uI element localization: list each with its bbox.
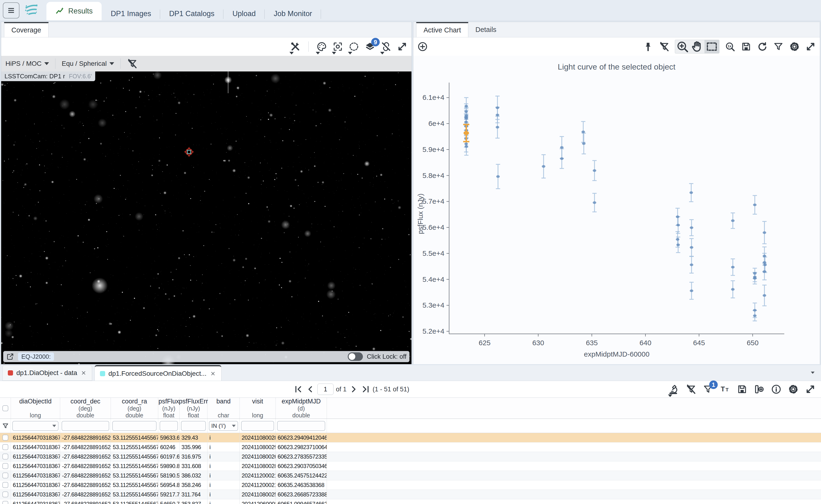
- row-checkbox[interactable]: [2, 482, 8, 488]
- table-row[interactable]: 611256447031836758-27.6848228891652853.1…: [0, 452, 821, 461]
- microscope-icon[interactable]: [669, 384, 679, 395]
- coord_dec-filter-input[interactable]: [62, 421, 109, 431]
- tab-forced-source[interactable]: dp1.ForcedSourceOnDiaObject...: [94, 365, 222, 381]
- palette-icon[interactable]: [316, 41, 327, 52]
- column-header-diaObjectId[interactable]: diaObjectId long: [11, 398, 60, 419]
- hand-mode[interactable]: [690, 40, 705, 53]
- tab-coverage[interactable]: Coverage: [4, 22, 49, 37]
- tab-dp1-catalogs[interactable]: DP1 Catalogs: [160, 7, 224, 20]
- row-checkbox[interactable]: [2, 491, 8, 497]
- menu-icon[interactable]: [3, 2, 19, 18]
- data-point: [464, 142, 468, 145]
- row-checkbox[interactable]: [2, 435, 8, 441]
- table-row[interactable]: 611256447031836758-27.6848228891652853.1…: [0, 461, 821, 471]
- table-row[interactable]: 611256447031836758-27.6848228891652853.1…: [0, 499, 821, 504]
- previous-page-icon[interactable]: [306, 385, 315, 394]
- layers-icon[interactable]: 9: [365, 41, 375, 52]
- next-page-icon[interactable]: [349, 385, 358, 394]
- add-column-icon[interactable]: [754, 384, 765, 395]
- external-link-icon[interactable]: [6, 353, 14, 361]
- band-filter-select[interactable]: IN ('i'): [209, 421, 238, 431]
- pin-icon[interactable]: [643, 41, 654, 52]
- hand-icon[interactable]: [690, 40, 704, 53]
- first-page-icon[interactable]: [294, 385, 303, 394]
- table-row[interactable]: 611256447031836758-27.6848228891652853.1…: [0, 480, 821, 490]
- ellipse-select-icon[interactable]: [348, 41, 359, 52]
- text-case-icon[interactable]: TT: [720, 384, 731, 395]
- column-name: expMidptMJD: [282, 398, 321, 405]
- tab-job-monitor[interactable]: Job Monitor: [265, 7, 321, 20]
- column-header-psfFluxErr[interactable]: psfFluxErr(nJy)float: [179, 398, 208, 419]
- gear-icon[interactable]: [789, 41, 800, 52]
- filter-icon[interactable]: [2, 422, 9, 429]
- firefly-logo-icon[interactable]: [22, 2, 41, 18]
- row-checkbox[interactable]: [2, 473, 8, 478]
- starfield-image[interactable]: [1, 71, 411, 364]
- tab-active-chart[interactable]: Active Chart: [416, 22, 468, 37]
- column-header-coord_ra[interactable]: coord_ra(deg)double: [111, 398, 158, 419]
- zoom-1x-icon[interactable]: 1x: [725, 41, 736, 52]
- row-filler: [327, 452, 821, 461]
- page-number-input[interactable]: [317, 384, 334, 395]
- click-lock-toggle[interactable]: [348, 352, 363, 361]
- save-icon[interactable]: [741, 41, 752, 52]
- visit-filter-input[interactable]: [241, 421, 274, 431]
- expand-icon[interactable]: [805, 41, 816, 52]
- light-curve-chart[interactable]: Light curve of the selected object6.1e+4…: [413, 56, 820, 364]
- rotate-icon[interactable]: [757, 41, 768, 52]
- info-icon[interactable]: [771, 384, 782, 395]
- coverage-tab-bar: Coverage: [1, 22, 411, 37]
- column-header-expMidptMJD[interactable]: expMidptMJD(d)double: [276, 398, 327, 419]
- cell-psfFluxErr: 358.246: [179, 480, 208, 490]
- plus-circle-icon[interactable]: [417, 41, 428, 52]
- tab-upload[interactable]: Upload: [224, 7, 265, 20]
- table-row[interactable]: 611256447031836758-27.6848228891652853.1…: [0, 442, 821, 452]
- row-checkbox[interactable]: [2, 444, 8, 450]
- tab-dp1-images[interactable]: DP1 Images: [102, 7, 160, 20]
- tools-icon[interactable]: [290, 41, 301, 52]
- table-row[interactable]: 611256447031836758-27.6848228891652853.1…: [0, 433, 821, 442]
- select-all-checkbox[interactable]: [2, 405, 8, 411]
- filter-off-icon[interactable]: [659, 41, 670, 52]
- filter-off-icon[interactable]: [127, 58, 138, 69]
- hips-moc-dropdown[interactable]: HiPS / MOC: [5, 60, 49, 67]
- cell-coord_dec: -27.68482288916528: [60, 499, 111, 504]
- tab-overflow-chevron-icon[interactable]: [809, 368, 817, 376]
- projection-dropdown[interactable]: Equ / Spherical: [62, 60, 114, 67]
- sky-image-viewer[interactable]: LSSTComCam: DP1 r FOV:6.6' EQ-J2000: Cli…: [1, 71, 411, 364]
- box-select-icon[interactable]: [705, 40, 719, 53]
- expand-icon[interactable]: [805, 384, 816, 395]
- save-icon[interactable]: [737, 384, 748, 395]
- row-checkbox[interactable]: [2, 454, 8, 460]
- diaObjectId-filter-select[interactable]: [12, 421, 58, 431]
- column-header-band[interactable]: band char: [208, 398, 240, 419]
- psfFluxErr-filter-input[interactable]: [181, 421, 206, 431]
- recenter-icon[interactable]: [332, 41, 343, 52]
- tab-dia-object[interactable]: dp1.DiaObject - data: [2, 365, 92, 381]
- column-header-visit[interactable]: visit long: [240, 398, 276, 419]
- filter-icon[interactable]: [773, 41, 784, 52]
- tab-details[interactable]: Details: [468, 22, 504, 37]
- table-row[interactable]: 611256447031836758-27.6848228891652853.1…: [0, 471, 821, 480]
- column-header-coord_dec[interactable]: coord_dec(deg)double: [60, 398, 111, 419]
- zoom-in-icon[interactable]: [676, 40, 689, 53]
- unlink-icon[interactable]: [381, 41, 392, 52]
- last-page-icon[interactable]: [361, 385, 370, 394]
- coord_ra-filter-input[interactable]: [112, 421, 156, 431]
- row-checkbox[interactable]: [2, 463, 8, 469]
- row-checkbox[interactable]: [2, 501, 8, 504]
- selected-object-marker[interactable]: [181, 144, 196, 159]
- table-row[interactable]: 611256447031836758-27.6848228891652853.1…: [0, 490, 821, 499]
- box-select-mode[interactable]: [705, 40, 719, 53]
- filter-icon[interactable]: 1: [703, 384, 714, 395]
- psfFlux-filter-input[interactable]: [160, 421, 178, 431]
- gear-icon[interactable]: [788, 384, 799, 395]
- close-icon[interactable]: [80, 370, 87, 376]
- close-icon[interactable]: [210, 371, 216, 377]
- filter-off-icon[interactable]: [686, 384, 697, 395]
- tab-results[interactable]: Results: [46, 2, 102, 20]
- column-header-psfFlux[interactable]: psfFlux(nJy)float: [158, 398, 179, 419]
- zoom-in-mode[interactable]: [675, 40, 690, 53]
- expand-icon[interactable]: [397, 41, 408, 52]
- expMidptMJD-filter-input[interactable]: [277, 421, 325, 431]
